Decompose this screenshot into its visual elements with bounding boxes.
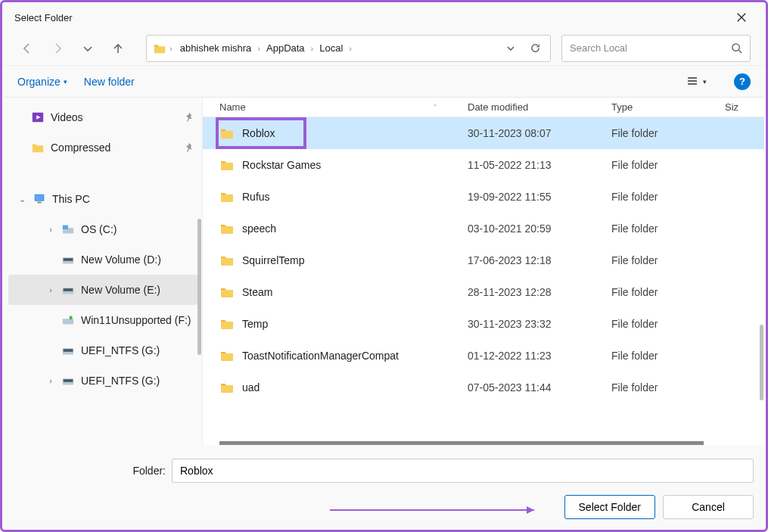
sidebar-item[interactable]: UEFI_NTFS (G:)	[4, 335, 202, 366]
breadcrumb: abhishek mishra›AppData›Local›	[176, 41, 496, 55]
svg-rect-12	[70, 316, 73, 320]
annotation-arrow	[330, 502, 542, 518]
file-row[interactable]: Rufus19-09-2022 11:55File folder	[203, 181, 764, 213]
sidebar-item[interactable]: ⌄This PC	[4, 184, 202, 214]
column-date[interactable]: Date modified	[468, 101, 611, 113]
file-type: File folder	[611, 350, 725, 362]
file-scrollbar[interactable]	[760, 325, 763, 400]
sidebar-item-label: Videos	[51, 111, 83, 123]
file-name: ToastNotificationManagerCompat	[242, 350, 399, 362]
svg-rect-10	[64, 288, 73, 291]
column-type[interactable]: Type	[611, 101, 725, 113]
file-row[interactable]: Temp30-11-2023 23:32File folder	[203, 308, 764, 340]
sidebar-scrollbar[interactable]	[197, 219, 201, 355]
file-row[interactable]: Rockstar Games11-05-2022 21:13File folde…	[203, 149, 764, 181]
breadcrumb-item[interactable]: AppData	[262, 41, 309, 55]
search-box[interactable]	[561, 35, 751, 62]
forward-button[interactable]	[48, 39, 67, 58]
sidebar-item-label: New Volume (E:)	[81, 284, 160, 296]
pin-icon	[184, 112, 194, 123]
close-button[interactable]	[726, 6, 757, 29]
file-date: 28-11-2023 12:28	[468, 286, 611, 298]
horizontal-scrollbar[interactable]	[219, 441, 704, 445]
sidebar-item-label: New Volume (D:)	[81, 254, 161, 266]
close-icon	[736, 12, 747, 23]
file-name: speech	[242, 222, 276, 235]
recent-button[interactable]	[78, 39, 98, 58]
column-name[interactable]: Name˄	[219, 101, 468, 113]
drive-usb-icon	[61, 313, 75, 327]
nav-bar: › abhishek mishra›AppData›Local›	[4, 31, 764, 66]
file-type: File folder	[611, 222, 725, 235]
select-folder-dialog: Select Folder › abhishek mishra›AppData›…	[4, 4, 764, 528]
svg-rect-16	[64, 379, 73, 382]
select-folder-button[interactable]: Select Folder	[564, 495, 655, 519]
file-row[interactable]: uad07-05-2023 11:44File folder	[203, 372, 764, 403]
file-type: File folder	[611, 286, 725, 298]
pin-icon	[184, 142, 194, 153]
file-row[interactable]: SquirrelTemp17-06-2023 12:18File folder	[203, 244, 764, 276]
pc-icon	[33, 192, 46, 206]
cancel-button[interactable]: Cancel	[663, 495, 754, 519]
folder-name-input[interactable]	[172, 459, 754, 483]
breadcrumb-dropdown[interactable]	[502, 39, 520, 58]
folder-icon	[219, 253, 235, 268]
refresh-button[interactable]	[526, 39, 544, 58]
sidebar-item[interactable]: Win11Unsupported (F:)	[4, 305, 202, 335]
expand-icon[interactable]: ⌄	[17, 194, 26, 204]
folder-icon	[219, 348, 235, 363]
expand-icon[interactable]: ›	[46, 285, 55, 294]
back-button[interactable]	[17, 39, 37, 58]
search-input[interactable]	[570, 42, 731, 54]
breadcrumb-item[interactable]: Local	[315, 41, 347, 55]
svg-rect-11	[63, 319, 73, 324]
arrow-left-icon	[21, 42, 33, 54]
chevron-right-icon: ›	[311, 44, 314, 53]
view-options-button[interactable]: ▾	[686, 76, 707, 88]
sidebar-item[interactable]: ›New Volume (E:)	[8, 275, 197, 305]
sidebar-item[interactable]: Compressed	[4, 132, 202, 163]
file-name: SquirrelTemp	[242, 254, 304, 266]
drive-icon	[61, 344, 75, 357]
sidebar-item[interactable]: Videos	[4, 102, 202, 132]
folder-icon	[219, 157, 235, 173]
drive-icon	[61, 374, 75, 387]
column-size[interactable]: Siz	[725, 101, 764, 113]
sidebar-item[interactable]: ›OS (C:)	[4, 214, 202, 244]
file-row[interactable]: ToastNotificationManagerCompat01-12-2022…	[203, 340, 764, 372]
file-type: File folder	[611, 254, 725, 266]
expand-icon[interactable]: ›	[46, 225, 55, 234]
refresh-icon	[530, 42, 541, 54]
chevron-down-icon	[505, 43, 516, 54]
sidebar-item[interactable]: New Volume (D:)	[4, 244, 202, 275]
new-folder-button[interactable]: New folder	[84, 76, 135, 88]
folder-icon	[219, 221, 235, 236]
folder-icon	[219, 285, 235, 300]
file-name: Rufus	[242, 191, 270, 203]
up-button[interactable]	[108, 39, 128, 58]
file-name: Roblox	[242, 127, 275, 139]
organize-button[interactable]: Organize▾	[17, 76, 67, 88]
svg-rect-6	[63, 226, 68, 229]
folder-icon	[219, 316, 235, 331]
svg-rect-8	[64, 258, 73, 261]
toolbar: Organize▾ New folder ▾ ?	[4, 66, 764, 98]
arrow-up-icon	[112, 42, 124, 54]
address-bar[interactable]: › abhishek mishra›AppData›Local›	[146, 35, 551, 62]
file-type: File folder	[611, 318, 725, 330]
column-headers: Name˄ Date modified Type Siz	[203, 98, 764, 117]
help-button[interactable]: ?	[734, 73, 751, 90]
window-title: Select Folder	[11, 12, 726, 23]
sidebar-item[interactable]: ›UEFI_NTFS (G:)	[4, 366, 202, 396]
file-row[interactable]: speech03-10-2021 20:59File folder	[203, 213, 764, 244]
file-row[interactable]: Roblox30-11-2023 08:07File folder	[203, 117, 764, 149]
file-type: File folder	[611, 159, 725, 171]
breadcrumb-item[interactable]: abhishek mishra	[176, 41, 257, 55]
expand-icon[interactable]: ›	[46, 376, 55, 385]
file-date: 30-11-2023 08:07	[468, 127, 611, 139]
file-row[interactable]: Steam28-11-2023 12:28File folder	[203, 276, 764, 308]
chevron-right-icon: ›	[257, 44, 260, 53]
folder-icon	[219, 189, 235, 204]
chevron-right-icon: ›	[349, 44, 352, 53]
file-name: Steam	[242, 286, 272, 298]
